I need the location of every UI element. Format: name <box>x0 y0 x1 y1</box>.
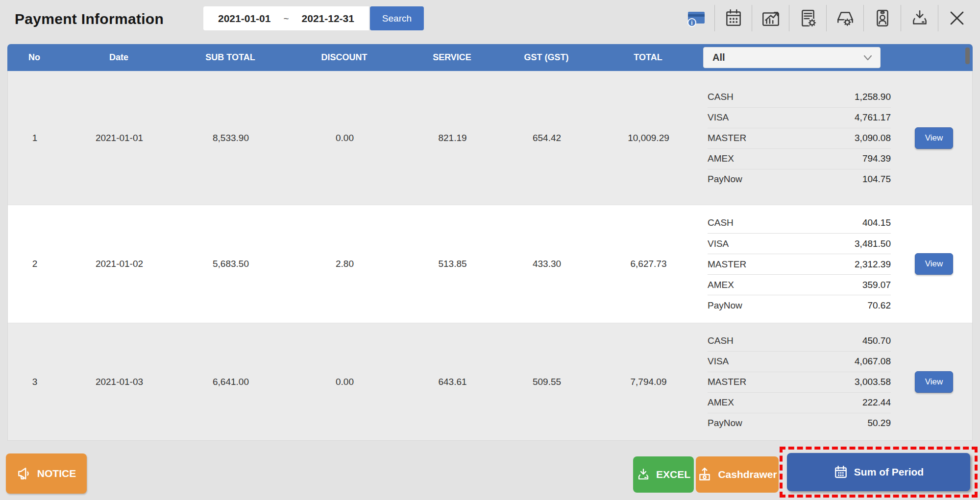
view-button[interactable]: View <box>915 127 953 149</box>
payment-breakdown: CASH 404.15 VISA 3,481.50 MASTER 2,312.3… <box>704 213 894 315</box>
cell-service: 643.61 <box>405 377 500 387</box>
payment-method: CASH <box>708 217 734 228</box>
report-settings-icon[interactable] <box>789 5 826 31</box>
payment-method: AMEX <box>708 280 734 290</box>
col-header-gst: GST (GST) <box>500 52 593 63</box>
payment-breakdown: CASH 1,258.90 VISA 4,761.17 MASTER 3,090… <box>704 87 894 190</box>
chevron-down-icon <box>863 55 872 61</box>
view-button[interactable]: View <box>915 371 953 393</box>
col-header-no: No <box>7 52 61 63</box>
payment-filter-dropdown[interactable]: All <box>703 47 881 68</box>
payment-amount: 222.44 <box>862 397 891 408</box>
payment-row: MASTER 3,090.08 <box>708 128 891 148</box>
cell-gst: 433.30 <box>500 259 593 269</box>
payment-row: PayNow 50.29 <box>708 413 891 433</box>
cell-no: 3 <box>8 377 62 387</box>
sales-chart-icon[interactable] <box>752 5 789 31</box>
payment-amount: 3,090.08 <box>855 133 891 143</box>
date-to-value[interactable]: 2021-12-31 <box>302 13 354 24</box>
payment-method: VISA <box>708 112 729 123</box>
payment-amount: 1,258.90 <box>855 92 891 102</box>
sum-of-period-highlight: Sum of Period <box>780 447 978 498</box>
notice-button[interactable]: NOTICE <box>6 453 87 494</box>
payment-amount: 50.29 <box>867 418 891 429</box>
cell-no: 1 <box>8 133 62 143</box>
payment-method: PayNow <box>708 418 742 429</box>
payment-amount: 2,312.39 <box>855 259 891 270</box>
date-from-value[interactable]: 2021-01-01 <box>218 13 270 24</box>
cell-total: 10,009.29 <box>593 133 704 143</box>
payment-method: PayNow <box>708 300 742 311</box>
payment-amount: 4,761.17 <box>855 112 891 123</box>
member-card-icon[interactable] <box>863 5 901 31</box>
payment-row: PayNow 104.75 <box>708 169 891 190</box>
close-icon[interactable] <box>938 5 975 31</box>
cell-subtotal: 6,641.00 <box>177 377 285 387</box>
cell-discount: 0.00 <box>285 133 405 143</box>
payment-breakdown: CASH 450.70 VISA 4,067.08 MASTER 3,003.5… <box>704 331 894 433</box>
cell-service: 513.85 <box>405 259 500 269</box>
col-header-total: TOTAL <box>593 52 703 63</box>
table-body: 1 2021-01-01 8,533.90 0.00 821.19 654.42… <box>7 71 973 441</box>
excel-label: EXCEL <box>656 469 690 480</box>
payment-row: CASH 1,258.90 <box>708 87 891 107</box>
payment-method: VISA <box>708 356 729 367</box>
payment-filter-cell: All <box>703 47 894 68</box>
payment-amount: 404.15 <box>862 217 891 228</box>
view-cell: View <box>895 371 973 393</box>
cashdrawer-label: Cashdrawer <box>718 469 777 480</box>
payment-row: CASH 450.70 <box>708 331 891 351</box>
payment-row: VISA 4,761.17 <box>708 107 891 128</box>
payment-amount: 359.07 <box>862 280 891 290</box>
table-row: 3 2021-01-03 6,641.00 0.00 643.61 509.55… <box>8 323 972 440</box>
calendar-icon[interactable] <box>714 5 752 31</box>
cell-subtotal: 8,533.90 <box>177 133 285 143</box>
payment-filter-value: All <box>712 52 725 63</box>
date-search-bar: 2021-01-01 ~ 2021-12-31 Search <box>203 6 424 30</box>
payment-table: No Date SUB TOTAL DISCOUNT SERVICE GST (… <box>7 44 973 441</box>
payment-row: MASTER 3,003.58 <box>708 372 891 392</box>
excel-button[interactable]: EXCEL <box>633 456 694 493</box>
cell-no: 2 <box>8 259 62 269</box>
payment-row: VISA 3,481.50 <box>708 233 891 254</box>
payment-amount: 70.62 <box>867 300 891 311</box>
drawer-settings-icon[interactable] <box>826 5 863 31</box>
date-range-separator: ~ <box>283 13 289 24</box>
sum-of-period-button[interactable]: Sum of Period <box>787 453 970 491</box>
payment-method: AMEX <box>708 397 734 408</box>
col-header-date: Date <box>61 52 176 63</box>
col-header-service: SERVICE <box>404 52 500 63</box>
scrollbar-thumb[interactable] <box>965 48 970 64</box>
payment-card-info-icon[interactable]: i <box>677 5 714 31</box>
megaphone-icon <box>17 466 31 481</box>
download-icon[interactable] <box>901 5 938 31</box>
date-range-input[interactable]: 2021-01-01 ~ 2021-12-31 <box>203 6 369 30</box>
payment-method: CASH <box>708 335 734 346</box>
payment-amount: 3,003.58 <box>855 377 891 387</box>
cell-discount: 0.00 <box>285 377 405 387</box>
view-button[interactable]: View <box>915 253 953 275</box>
sum-of-period-label: Sum of Period <box>854 466 924 478</box>
cell-total: 7,794.09 <box>593 377 704 387</box>
payment-amount: 794.39 <box>862 153 891 164</box>
cell-date: 2021-01-01 <box>62 133 177 143</box>
payment-method: MASTER <box>708 377 746 387</box>
payment-amount: 3,481.50 <box>855 238 891 249</box>
payment-method: MASTER <box>708 133 746 143</box>
toolbar: i <box>677 5 975 31</box>
col-header-subtotal: SUB TOTAL <box>176 52 284 63</box>
cash-out-icon <box>697 467 712 482</box>
svg-text:i: i <box>691 20 692 26</box>
col-header-discount: DISCOUNT <box>284 52 404 63</box>
cell-gst: 509.55 <box>500 377 593 387</box>
cell-service: 821.19 <box>405 133 500 143</box>
cashdrawer-button[interactable]: Cashdrawer <box>696 456 779 493</box>
cell-discount: 2.80 <box>285 259 405 269</box>
payment-row: CASH 404.15 <box>708 213 891 233</box>
cell-gst: 654.42 <box>500 133 593 143</box>
search-button[interactable]: Search <box>370 6 424 30</box>
payment-row: VISA 4,067.08 <box>708 351 891 372</box>
excel-download-icon <box>637 468 650 481</box>
payment-row: AMEX 222.44 <box>708 392 891 413</box>
cell-date: 2021-01-02 <box>62 259 177 269</box>
